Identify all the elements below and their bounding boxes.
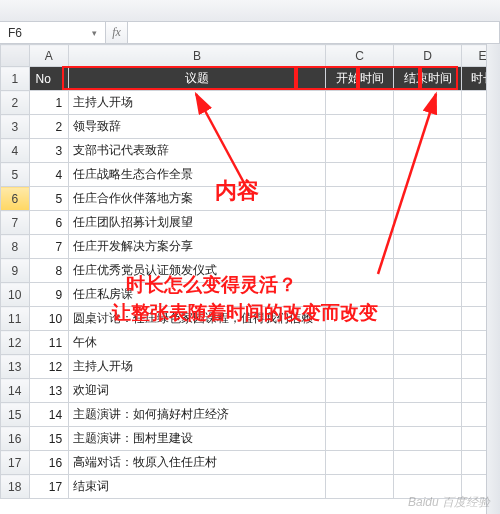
cell-start[interactable] <box>326 475 394 499</box>
cell-end[interactable] <box>394 379 462 403</box>
row-header[interactable]: 18 <box>1 475 30 499</box>
cell-topic[interactable]: 任庄合作伙伴落地方案 <box>69 187 326 211</box>
row-header[interactable]: 3 <box>1 115 30 139</box>
row-header[interactable]: 6 <box>1 187 30 211</box>
row-header[interactable]: 10 <box>1 283 30 307</box>
spreadsheet-grid[interactable]: A B C D E 1 No 议题 开始时间 结束时间 时长 21主持人开场32… <box>0 44 500 514</box>
cell-start[interactable] <box>326 379 394 403</box>
cell-end[interactable] <box>394 187 462 211</box>
cell-topic[interactable]: 高端对话：牧原入住任庄村 <box>69 451 326 475</box>
cell-no[interactable]: 12 <box>29 355 69 379</box>
cell-topic[interactable]: 主题演讲：如何搞好村庄经济 <box>69 403 326 427</box>
cell-start[interactable] <box>326 355 394 379</box>
cell-start[interactable] <box>326 211 394 235</box>
cell-start[interactable] <box>326 283 394 307</box>
cell-topic[interactable]: 任庄战略生态合作全景 <box>69 163 326 187</box>
row-header[interactable]: 14 <box>1 379 30 403</box>
cell-start[interactable] <box>326 235 394 259</box>
cell-end[interactable] <box>394 403 462 427</box>
col-C[interactable]: C <box>326 45 394 67</box>
row-1-header[interactable]: 1 <box>1 67 30 91</box>
row-header[interactable]: 13 <box>1 355 30 379</box>
col-D[interactable]: D <box>394 45 462 67</box>
cell-start[interactable] <box>326 115 394 139</box>
cell-no[interactable]: 8 <box>29 259 69 283</box>
cell-no[interactable]: 9 <box>29 283 69 307</box>
col-B[interactable]: B <box>69 45 326 67</box>
cell-start[interactable] <box>326 187 394 211</box>
cell-no[interactable]: 2 <box>29 115 69 139</box>
cell-end[interactable] <box>394 307 462 331</box>
cell-no[interactable]: 7 <box>29 235 69 259</box>
row-header[interactable]: 12 <box>1 331 30 355</box>
cell-end[interactable] <box>394 91 462 115</box>
cell-start[interactable] <box>326 91 394 115</box>
cell-start[interactable] <box>326 259 394 283</box>
cell-end[interactable] <box>394 259 462 283</box>
cell-no[interactable]: 16 <box>29 451 69 475</box>
cell-start[interactable] <box>326 139 394 163</box>
cell-topic[interactable]: 主持人开场 <box>69 355 326 379</box>
cell-topic[interactable]: 主题演讲：围村里建设 <box>69 427 326 451</box>
cell-topic[interactable]: 支部书记代表致辞 <box>69 139 326 163</box>
row-header[interactable]: 17 <box>1 451 30 475</box>
cell-no[interactable]: 5 <box>29 187 69 211</box>
cell-topic[interactable]: 主持人开场 <box>69 91 326 115</box>
cell-no[interactable]: 13 <box>29 379 69 403</box>
cell-end[interactable] <box>394 355 462 379</box>
cell-no[interactable]: 17 <box>29 475 69 499</box>
cell-end[interactable] <box>394 475 462 499</box>
cell-no[interactable]: 3 <box>29 139 69 163</box>
cell-start[interactable] <box>326 427 394 451</box>
cell-end[interactable] <box>394 115 462 139</box>
cell-no[interactable]: 15 <box>29 427 69 451</box>
row-header[interactable]: 11 <box>1 307 30 331</box>
select-all-corner[interactable] <box>1 45 30 67</box>
col-A[interactable]: A <box>29 45 69 67</box>
cell-topic[interactable]: 欢迎词 <box>69 379 326 403</box>
cell-end[interactable] <box>394 427 462 451</box>
cell-end[interactable] <box>394 163 462 187</box>
cell-no[interactable]: 4 <box>29 163 69 187</box>
row-header[interactable]: 16 <box>1 427 30 451</box>
cell-topic[interactable]: 任庄私房课 <box>69 283 326 307</box>
cell-topic[interactable]: 圆桌讨论：任庄绿色家园课程，值得我们信赖 <box>69 307 326 331</box>
cell-topic[interactable]: 任庄团队招募计划展望 <box>69 211 326 235</box>
cell-topic[interactable]: 领导致辞 <box>69 115 326 139</box>
cell-end[interactable] <box>394 331 462 355</box>
cell-end[interactable] <box>394 139 462 163</box>
name-box-dropdown-icon[interactable]: ▾ <box>92 28 97 38</box>
cell-end[interactable] <box>394 235 462 259</box>
row-header[interactable]: 4 <box>1 139 30 163</box>
row-header[interactable]: 2 <box>1 91 30 115</box>
row-header[interactable]: 9 <box>1 259 30 283</box>
hdr-no[interactable]: No <box>29 67 69 91</box>
cell-no[interactable]: 6 <box>29 211 69 235</box>
hdr-topic[interactable]: 议题 <box>69 67 326 91</box>
hdr-start[interactable]: 开始时间 <box>326 67 394 91</box>
cell-topic[interactable]: 结束词 <box>69 475 326 499</box>
cell-start[interactable] <box>326 451 394 475</box>
cell-no[interactable]: 14 <box>29 403 69 427</box>
cell-no[interactable]: 10 <box>29 307 69 331</box>
cell-end[interactable] <box>394 211 462 235</box>
cell-start[interactable] <box>326 403 394 427</box>
cell-topic[interactable]: 任庄优秀党员认证颁发仪式 <box>69 259 326 283</box>
cell-no[interactable]: 1 <box>29 91 69 115</box>
cell-no[interactable]: 11 <box>29 331 69 355</box>
row-header[interactable]: 15 <box>1 403 30 427</box>
cell-start[interactable] <box>326 307 394 331</box>
cell-start[interactable] <box>326 163 394 187</box>
cell-start[interactable] <box>326 331 394 355</box>
hdr-end[interactable]: 结束时间 <box>394 67 462 91</box>
row-header[interactable]: 7 <box>1 211 30 235</box>
cell-topic[interactable]: 任庄开发解决方案分享 <box>69 235 326 259</box>
fx-icon[interactable]: fx <box>106 22 128 43</box>
cell-topic[interactable]: 午休 <box>69 331 326 355</box>
row-header[interactable]: 8 <box>1 235 30 259</box>
cell-end[interactable] <box>394 283 462 307</box>
name-box[interactable]: F6 ▾ <box>0 22 106 43</box>
formula-bar[interactable] <box>128 22 500 43</box>
row-header[interactable]: 5 <box>1 163 30 187</box>
vertical-scrollbar[interactable] <box>486 44 500 514</box>
